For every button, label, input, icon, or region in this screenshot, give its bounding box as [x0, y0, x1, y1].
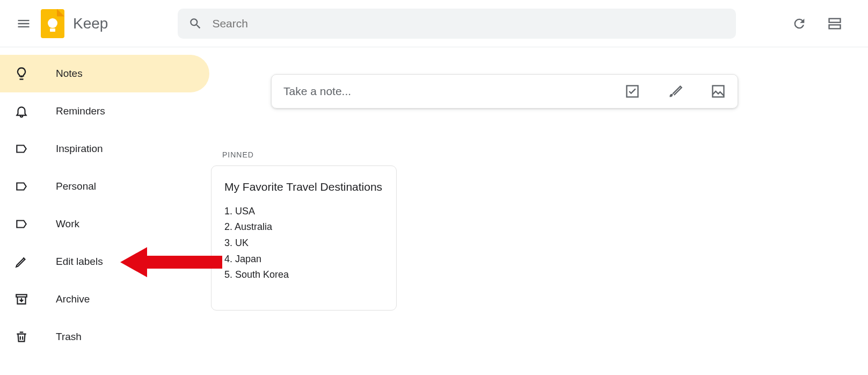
sidebar-item-inspiration[interactable]: Inspiration	[0, 130, 209, 168]
new-drawing-button[interactable]	[668, 84, 683, 99]
note-body: 1. USA 2. Australia 3. UK 4. Japan 5. So…	[224, 204, 383, 283]
label-icon	[14, 142, 29, 156]
sidebar-item-label: Edit labels	[56, 256, 103, 268]
trash-icon	[14, 330, 29, 344]
search-icon	[188, 17, 202, 31]
app-logo-wrap[interactable]: Keep	[41, 9, 108, 38]
note-card[interactable]: My Favorite Travel Destinations 1. USA 2…	[211, 165, 397, 311]
sidebar-item-edit-labels[interactable]: Edit labels	[0, 243, 209, 280]
list-view-button[interactable]	[823, 12, 847, 35]
header-actions	[787, 12, 857, 35]
sidebar-item-label: Personal	[56, 181, 96, 192]
svg-rect-4	[713, 86, 724, 97]
new-image-note-button[interactable]	[711, 84, 726, 99]
take-note-placeholder: Take a note...	[283, 85, 625, 98]
sidebar-item-work[interactable]: Work	[0, 205, 209, 243]
app-name: Keep	[73, 15, 108, 32]
archive-icon	[14, 292, 29, 306]
pinned-section-label: PINNED	[222, 150, 868, 159]
refresh-icon	[792, 16, 807, 31]
note-line: 1. USA	[224, 204, 383, 220]
sidebar-item-label: Trash	[56, 331, 82, 343]
lightbulb-icon	[14, 66, 29, 81]
search-bar[interactable]	[178, 9, 736, 39]
sidebar: Notes Reminders Inspiration Personal Wor…	[0, 47, 209, 375]
svg-rect-1	[829, 25, 841, 28]
label-icon	[14, 179, 29, 193]
hamburger-icon	[16, 16, 31, 31]
sidebar-item-label: Archive	[56, 293, 90, 305]
sidebar-item-label: Reminders	[56, 105, 105, 117]
brush-icon	[668, 84, 683, 99]
sidebar-item-label: Work	[56, 218, 79, 230]
sidebar-item-reminders[interactable]: Reminders	[0, 92, 209, 130]
label-icon	[14, 217, 29, 231]
note-line: 4. Japan	[224, 251, 383, 268]
note-title: My Favorite Travel Destinations	[224, 178, 383, 196]
search-input[interactable]	[212, 17, 725, 30]
svg-rect-0	[829, 18, 841, 22]
take-note-bar[interactable]: Take a note...	[271, 74, 738, 109]
sidebar-item-personal[interactable]: Personal	[0, 168, 209, 205]
refresh-button[interactable]	[787, 12, 811, 35]
sidebar-item-label: Notes	[56, 68, 83, 80]
svg-rect-2	[16, 294, 27, 297]
sidebar-item-notes[interactable]: Notes	[0, 55, 209, 92]
note-line: 5. South Korea	[224, 267, 383, 283]
note-line: 3. UK	[224, 235, 383, 251]
bell-icon	[14, 104, 29, 118]
list-view-icon	[827, 16, 842, 31]
main-content: Take a note... PINNED My Favorite Travel…	[209, 47, 868, 375]
sidebar-item-label: Inspiration	[56, 143, 103, 155]
pencil-icon	[14, 255, 29, 269]
main-menu-button[interactable]	[11, 11, 37, 37]
keep-logo-icon	[41, 9, 64, 38]
header: Keep	[0, 0, 868, 47]
image-icon	[711, 84, 726, 99]
note-line: 2. Australia	[224, 219, 383, 235]
sidebar-item-trash[interactable]: Trash	[0, 318, 209, 356]
new-list-button[interactable]	[625, 84, 640, 99]
take-note-actions	[625, 84, 726, 99]
sidebar-item-archive[interactable]: Archive	[0, 280, 209, 318]
checkbox-icon	[625, 84, 640, 99]
